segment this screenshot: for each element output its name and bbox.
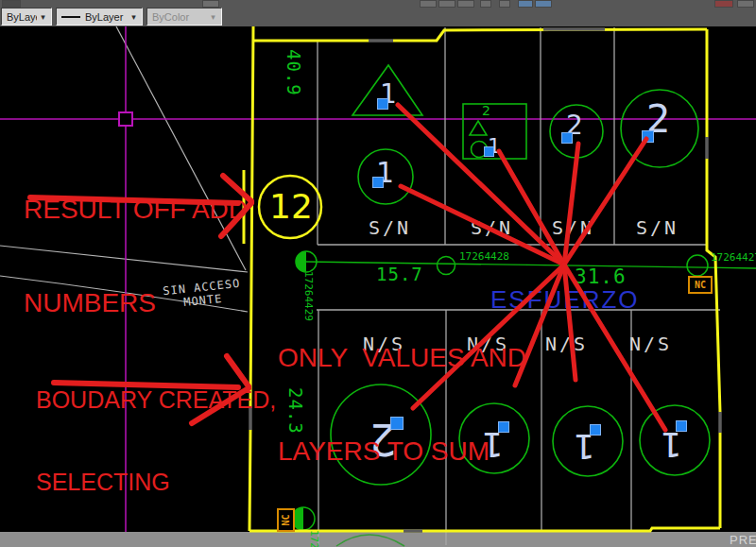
toolbar-icon-partial[interactable]	[714, 0, 733, 8]
grip-square[interactable]	[591, 425, 600, 435]
toolbar-icon-partial[interactable]	[518, 0, 533, 8]
annotation-sum-line1: ONLY VALUES AND	[278, 342, 526, 373]
lineweight-control-dropdown: ByColor ▾	[146, 8, 222, 26]
nc-tag[interactable]: NC	[688, 276, 713, 294]
grip-square[interactable]	[643, 131, 653, 142]
toolbar-icon-partial[interactable]	[202, 0, 219, 8]
lot-label-sn-4[interactable]: S/N	[636, 216, 679, 239]
lot-label-ns-3[interactable]: N/S	[545, 333, 588, 355]
status-text: PRE	[730, 533, 756, 547]
autocad-window: ByLayer ▾ ByLayer ▾ ByColor ▾	[0, 0, 756, 547]
toolbar-icon-partial[interactable]	[480, 0, 491, 8]
linetype-control-value: ByLayer	[85, 11, 128, 23]
survey-id-mid[interactable]: 17264428	[459, 250, 509, 263]
grip-square[interactable]	[562, 133, 572, 143]
annotation-result-line1: RESULT OFF ADD	[24, 194, 248, 225]
toolbar-icon-partial[interactable]	[535, 0, 552, 8]
toolbar-icon-partial[interactable]	[737, 0, 754, 8]
dim-top-side[interactable]: 40.9	[284, 49, 304, 96]
annotation-sum-line2: LAYERS TO SUM	[278, 436, 526, 467]
chevron-down-icon[interactable]: ▾	[128, 12, 140, 22]
grip-square[interactable]	[485, 147, 493, 156]
color-control-dropdown[interactable]: ByLayer ▾	[1, 8, 52, 26]
magenta-node-marker[interactable]	[119, 112, 132, 126]
grip-square[interactable]	[378, 99, 387, 109]
linetype-sample-icon	[61, 16, 80, 18]
toolbar-icon-partial[interactable]	[499, 0, 510, 8]
survey-id-right[interactable]: 17264427	[711, 251, 756, 264]
lot-label-sn-1[interactable]: S/N	[369, 216, 411, 239]
properties-toolbar: ByLayer ▾ ByLayer ▾ ByColor ▾	[0, 0, 756, 26]
color-control-value: ByLayer	[7, 11, 37, 23]
lot-label-sn-3[interactable]: S/N	[552, 216, 594, 239]
result-total-value[interactable]: 12	[269, 190, 311, 224]
chevron-down-icon[interactable]: ▾	[37, 12, 49, 22]
annotation-boundary-line2: SELECTING	[36, 469, 276, 496]
toolbar-icon-partial[interactable]	[457, 0, 474, 8]
survey-id-bottom-clipped[interactable]: 172	[308, 530, 320, 547]
toolbar-icon-partial[interactable]	[438, 0, 455, 8]
lot-label-ns-4[interactable]: N/S	[629, 333, 672, 355]
linetype-control-dropdown[interactable]: ByLayer ▾	[56, 8, 143, 26]
lot-label-sn-2[interactable]: S/N	[471, 216, 513, 239]
chevron-down-icon: ▾	[207, 12, 219, 22]
grip-square[interactable]	[677, 421, 686, 431]
count-value-rect-badge[interactable]: 2	[482, 103, 490, 118]
annotation-sum: ONLY VALUES AND LAYERS TO SUM	[278, 280, 526, 529]
toolbar-icon-partial[interactable]	[420, 0, 437, 8]
annotation-result-line2: NUMBERS	[24, 287, 248, 318]
lineweight-control-value: ByColor	[152, 11, 207, 23]
toolbar-icon-partial[interactable]	[2, 0, 21, 8]
grip-square[interactable]	[373, 178, 383, 187]
annotation-boundary: BOUDARY CREATED, SELECTING MULTIPLE VERT…	[36, 332, 276, 547]
annotation-boundary-line1: BOUDARY CREATED,	[36, 386, 276, 414]
